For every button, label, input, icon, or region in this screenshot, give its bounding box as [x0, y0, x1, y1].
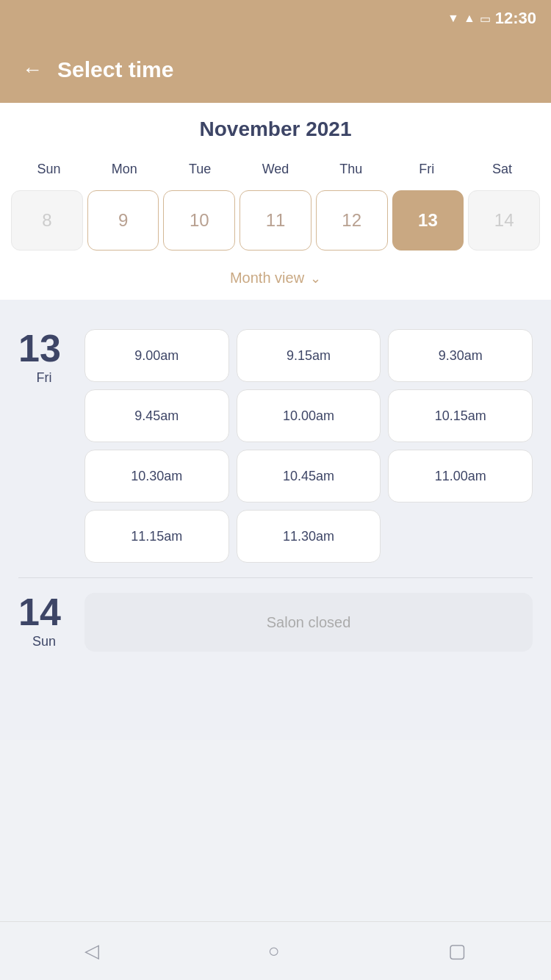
day-10[interactable]: 10	[163, 190, 235, 251]
home-nav-icon[interactable]: ○	[268, 940, 280, 962]
day-section-13: 13 Fri 9.00am 9.15am 9.30am 9.45am 10.00…	[18, 314, 533, 577]
day-header-tue: Tue	[162, 156, 238, 183]
day-header-wed: Wed	[238, 156, 314, 183]
slot-11-30am[interactable]: 11.30am	[237, 510, 381, 563]
month-view-toggle[interactable]: Month view ⌄	[11, 259, 540, 300]
day-label-13: 13 Fri	[18, 329, 70, 563]
slots-grid-13: 9.00am 9.15am 9.30am 9.45am 10.00am 10.1…	[84, 329, 533, 563]
slot-9-00am[interactable]: 9.00am	[84, 329, 229, 382]
salon-closed: Salon closed	[84, 593, 533, 652]
day-12[interactable]: 12	[316, 190, 388, 251]
day-header-thu: Thu	[313, 156, 389, 183]
back-button[interactable]: ←	[22, 58, 43, 82]
signal-icon: ▲	[464, 12, 475, 25]
day-number-14: 14	[18, 593, 70, 631]
day-name-13: Fri	[18, 370, 70, 386]
day-13[interactable]: 13	[392, 190, 464, 251]
status-time: 12:30	[495, 9, 536, 28]
slot-10-45am[interactable]: 10.45am	[237, 450, 381, 502]
back-nav-icon[interactable]: ◁	[84, 940, 99, 962]
slot-10-30am[interactable]: 10.30am	[84, 450, 229, 502]
slot-11-15am[interactable]: 11.15am	[84, 510, 229, 563]
header: ← Select time	[0, 37, 551, 103]
slot-11-00am[interactable]: 11.00am	[388, 450, 533, 502]
battery-icon: ▭	[480, 12, 491, 26]
status-icons: ▼ ▲ ▭ 12:30	[447, 9, 536, 28]
slot-9-30am[interactable]: 9.30am	[388, 329, 533, 382]
day-header-fri: Fri	[389, 156, 464, 183]
day-14: 14	[468, 190, 540, 251]
wifi-icon: ▼	[447, 12, 459, 25]
chevron-down-icon: ⌄	[310, 270, 321, 287]
slot-9-15am[interactable]: 9.15am	[237, 329, 381, 382]
slots-section: 13 Fri 9.00am 9.15am 9.30am 9.45am 10.00…	[0, 300, 551, 740]
week-row: 8 9 10 11 12 13 14	[11, 190, 540, 251]
day-label-14: 14 Sun	[18, 593, 70, 652]
day-headers: Sun Mon Tue Wed Thu Fri Sat	[11, 156, 540, 183]
day-header-sun: Sun	[11, 156, 87, 183]
recent-nav-icon[interactable]: ▢	[448, 940, 467, 962]
day-name-14: Sun	[18, 634, 70, 649]
month-view-label: Month view	[230, 270, 304, 287]
slot-9-45am[interactable]: 9.45am	[84, 389, 229, 442]
day-9[interactable]: 9	[87, 190, 159, 251]
calendar-section: November 2021 Sun Mon Tue Wed Thu Fri Sa…	[0, 103, 551, 300]
day-header-sat: Sat	[464, 156, 540, 183]
slot-10-15am[interactable]: 10.15am	[388, 389, 533, 442]
bottom-nav: ◁ ○ ▢	[0, 921, 551, 980]
slot-10-00am[interactable]: 10.00am	[237, 389, 381, 442]
status-bar: ▼ ▲ ▭ 12:30	[0, 0, 551, 37]
page-title: Select time	[57, 57, 173, 82]
day-header-mon: Mon	[87, 156, 162, 183]
day-11[interactable]: 11	[240, 190, 311, 251]
day-number-13: 13	[18, 329, 70, 367]
day-section-14: 14 Sun Salon closed	[18, 578, 533, 666]
month-title: November 2021	[11, 118, 540, 141]
day-8: 8	[11, 190, 83, 251]
